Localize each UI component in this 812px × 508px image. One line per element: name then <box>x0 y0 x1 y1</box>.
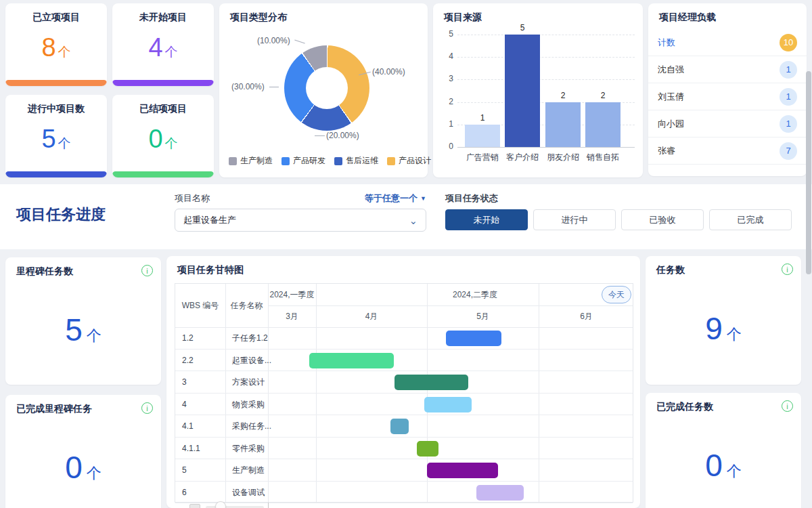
bar-category: 朋友介绍 <box>540 152 586 163</box>
completed-milestone-task-card: 已完成里程碑任务 i 0个 <box>5 395 161 508</box>
month-header: 4月 <box>316 305 427 327</box>
project-name-label: 项目名称 <box>175 192 210 205</box>
today-button[interactable]: 今天 <box>602 286 631 303</box>
card-title: 项目经理负载 <box>659 12 716 24</box>
gantt-bar[interactable] <box>446 331 501 346</box>
kpi-unit: 个 <box>58 136 71 150</box>
column-header-task: 任务名称 <box>225 284 268 327</box>
gantt-bar[interactable] <box>417 441 438 457</box>
status-button-in-progress[interactable]: 进行中 <box>533 209 616 230</box>
donut-legend: 生产制造 产品研发 售后运维 产品设计 <box>229 155 431 167</box>
bar-category: 销售自拓 <box>580 152 626 163</box>
vertical-scrollbar-thumb[interactable] <box>806 71 811 274</box>
info-icon[interactable]: i <box>141 402 153 414</box>
kpi-card-closed-projects: 已结项项目 0个 <box>112 95 214 177</box>
manager-name: 沈自强 <box>658 64 684 76</box>
manager-list: 计数 10 沈自强 1 刘玉倩 1 向小园 1 张睿 7 <box>648 29 807 165</box>
gantt-bar[interactable] <box>476 485 524 501</box>
legend-item[interactable]: 产品设计 <box>387 155 431 167</box>
bar-ad-marketing[interactable]: 1 广告营销 <box>465 125 500 147</box>
gantt-bar[interactable] <box>424 397 472 412</box>
manager-row[interactable]: 向小园 1 <box>648 110 807 137</box>
gridline <box>457 35 635 35</box>
kpi-title: 进行中项目数 <box>5 103 107 115</box>
zoom-slider-handle[interactable] <box>215 501 226 508</box>
legend-swatch-icon <box>387 157 395 165</box>
y-tick: 1 <box>437 119 453 129</box>
gantt-row: 1.2 子任务1.2 <box>175 327 633 350</box>
bar-sales-outreach[interactable]: 2 销售自拓 <box>585 102 621 147</box>
status-button-accepted[interactable]: 已验收 <box>621 209 704 230</box>
status-button-completed[interactable]: 已完成 <box>709 209 792 230</box>
kpi-title: 已结项项目 <box>112 103 214 115</box>
dashboard: 已立项项目 8个 未开始项目 4个 进行中项目数 5个 已结项项目 0个 项目类… <box>0 0 812 508</box>
bar-friend-referral[interactable]: 2 朋友介绍 <box>545 102 581 147</box>
operator-link[interactable]: 等于任意一个▼ <box>365 192 426 205</box>
gantt-row: 4.1 采购任务... <box>175 415 633 438</box>
month-header: 3月 <box>268 305 316 327</box>
kpi-value: 0个 <box>112 125 214 154</box>
stat-unit: 个 <box>727 463 742 480</box>
manager-row[interactable]: 张睿 7 <box>648 137 807 165</box>
kpi-value: 4个 <box>112 33 214 62</box>
count-badge: 7 <box>780 142 797 160</box>
bar-value: 2 <box>545 91 581 100</box>
card-title: 项目来源 <box>444 12 482 24</box>
manager-name: 张睿 <box>658 145 675 157</box>
kpi-unit: 个 <box>165 45 178 59</box>
donut-pct-label: (10.00%) <box>257 36 290 45</box>
wbs-cell: 6 <box>182 482 187 504</box>
kpi-card-established-projects: 已立项项目 8个 <box>5 3 107 86</box>
gantt-bar[interactable] <box>427 463 498 478</box>
card-title: 里程碑任务数 <box>16 266 73 278</box>
kpi-value: 5个 <box>5 125 107 154</box>
chevron-down-icon: ⌄ <box>409 215 418 226</box>
x-axis-line <box>457 147 635 148</box>
kpi-title: 未开始项目 <box>112 12 214 24</box>
gantt-bar[interactable] <box>394 375 468 390</box>
legend-item[interactable]: 售后运维 <box>334 155 378 167</box>
y-tick: 3 <box>437 74 453 83</box>
row-timeline <box>268 350 634 371</box>
project-manager-load-card: 项目经理负载 计数 10 沈自强 1 刘玉倩 1 向小园 1 张睿 7 <box>648 3 807 176</box>
project-source-card: 项目来源 5 4 3 2 1 0 1 广告营销 5 客户介绍 2 朋友介绍 2 … <box>433 3 643 177</box>
kpi-unit: 个 <box>58 45 71 59</box>
task-status-label: 项目任务状态 <box>445 192 498 205</box>
legend-item[interactable]: 生产制造 <box>229 155 273 167</box>
wbs-cell: 4.1.1 <box>182 438 200 460</box>
info-icon[interactable]: i <box>782 400 793 412</box>
row-timeline <box>268 371 634 393</box>
info-icon[interactable]: i <box>782 263 793 275</box>
legend-swatch-icon <box>281 157 290 165</box>
manager-row[interactable]: 刘玉倩 1 <box>648 83 807 110</box>
manager-row[interactable]: 沈自强 1 <box>648 56 807 83</box>
month-header: 5月 <box>427 305 539 327</box>
task-name-cell: 物资采购 <box>232 394 268 416</box>
section-title: 项目任务进度 <box>16 205 106 225</box>
kpi-accent-bar <box>5 80 107 86</box>
y-tick: 2 <box>437 97 453 106</box>
gantt-row: 4.1.1 零件采购 <box>175 438 633 460</box>
manager-name: 计数 <box>658 37 675 49</box>
manager-row-count[interactable]: 计数 10 <box>648 29 807 56</box>
zoom-control-box[interactable] <box>189 504 200 508</box>
donut-label-connector <box>269 87 279 87</box>
bar-customer-referral[interactable]: 5 客户介绍 <box>505 35 540 147</box>
bar-value: 5 <box>505 23 540 33</box>
kpi-accent-bar <box>112 80 214 86</box>
wbs-cell: 2.2 <box>182 350 194 372</box>
gantt-bar[interactable] <box>390 419 409 434</box>
kpi-value: 8个 <box>5 33 107 62</box>
legend-item[interactable]: 产品研发 <box>281 155 325 167</box>
row-timeline <box>268 327 634 349</box>
donut-chart[interactable] <box>284 45 369 131</box>
info-icon[interactable]: i <box>141 265 153 276</box>
status-button-not-started[interactable]: 未开始 <box>445 209 528 230</box>
project-name-select[interactable]: 起重设备生产 ⌄ <box>175 209 426 232</box>
y-tick: 0 <box>437 142 453 151</box>
gantt-bar[interactable] <box>309 353 394 368</box>
donut-pct-label: (30.00%) <box>231 82 265 91</box>
gantt-row: 6 设备调试 <box>175 482 633 504</box>
kpi-card-not-started-projects: 未开始项目 4个 <box>112 3 214 86</box>
manager-name: 向小园 <box>658 118 684 130</box>
